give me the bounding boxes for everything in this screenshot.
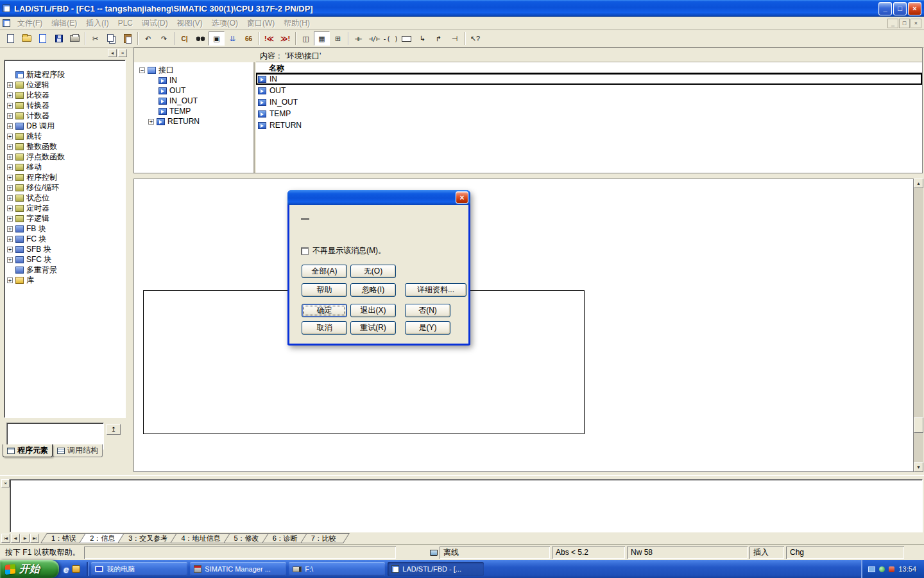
table-row-in-out[interactable]: IN_OUT — [256, 96, 922, 108]
save-button[interactable] — [51, 31, 67, 46]
catalog-item-word-logic[interactable]: 字逻辑 — [6, 213, 124, 223]
tab-call-structure[interactable]: 调用结构 — [53, 444, 103, 457]
catalog-item-timer[interactable]: 定时器 — [6, 203, 124, 213]
paste-button[interactable] — [119, 31, 135, 46]
menu-options[interactable]: 选项(O) — [207, 17, 243, 30]
interface-item-temp[interactable]: TEMP — [139, 106, 252, 116]
ok-button[interactable]: 确定 — [302, 304, 347, 317]
dialog-close-button[interactable]: × — [456, 191, 468, 204]
catalog-item-bit-logic[interactable]: 位逻辑 — [6, 80, 124, 90]
catalog-item-sfb-blocks[interactable]: SFB 块 — [6, 244, 124, 254]
dialog-titlebar[interactable]: × — [287, 190, 470, 205]
catalog-item-status-bits[interactable]: 状态位 — [6, 193, 124, 203]
redo-button[interactable]: ↷ — [156, 31, 172, 46]
interface-item-return[interactable]: RETURN — [139, 116, 252, 127]
next-tab-button[interactable]: ▶ — [21, 534, 30, 543]
expand-plus-icon[interactable] — [7, 123, 13, 129]
expand-plus-icon[interactable] — [7, 216, 13, 222]
expand-plus-icon[interactable] — [7, 277, 13, 283]
expand-plus-icon[interactable] — [7, 185, 13, 191]
volume-tray-icon[interactable] — [889, 566, 894, 572]
expand-plus-icon[interactable] — [7, 113, 13, 119]
task-my-computer[interactable]: 我的电脑 — [91, 562, 187, 576]
panel-close-button[interactable]: × — [118, 49, 127, 57]
contact-no-button[interactable]: ⊣⊢ — [350, 31, 366, 46]
restore-button[interactable]: □ — [893, 2, 907, 15]
tab-cross-reference[interactable]: 3：交叉参考 — [121, 533, 178, 543]
expand-plus-icon[interactable] — [7, 257, 13, 263]
table-row-temp[interactable]: TEMP — [256, 108, 922, 119]
task-simatic-manager[interactable]: SIMATIC Manager ... — [190, 562, 286, 576]
program-elements-button[interactable]: C| — [176, 31, 193, 46]
new-button[interactable] — [3, 31, 19, 46]
catalog-item-sfc-blocks[interactable]: SFC 块 — [6, 254, 124, 265]
catalog-item-converter[interactable]: 转换器 — [6, 100, 124, 110]
help-button[interactable]: ↖? — [467, 31, 483, 46]
expand-plus-icon[interactable] — [7, 154, 13, 160]
expand-plus-icon[interactable] — [7, 103, 13, 109]
menu-insert[interactable]: 插入(I) — [81, 17, 113, 30]
catalog-item-jump[interactable]: 跳转 — [6, 131, 124, 141]
catalog-item-new-network[interactable]: 新建程序段 — [6, 69, 124, 80]
panel-dock-button[interactable]: ◂ — [108, 49, 117, 57]
catalog-item-db-call[interactable]: DB 调用 — [6, 121, 124, 131]
task-lad-stl-fbd[interactable]: LAD/STL/FBD - [... — [388, 562, 484, 576]
catalog-item-integer-fn[interactable]: 整数函数 — [6, 141, 124, 152]
find-button[interactable] — [193, 31, 209, 46]
connector-button[interactable]: ⊣ — [447, 31, 463, 46]
quick-launch-icon[interactable] — [72, 565, 80, 573]
table-row-out[interactable]: OUT — [256, 85, 922, 96]
download-button[interactable]: ⇊ — [225, 31, 241, 46]
prev-tab-button[interactable]: ◀ — [11, 534, 20, 543]
open-online-button[interactable] — [35, 31, 51, 46]
variable-detail-button[interactable]: ↥ — [107, 424, 121, 435]
menu-view[interactable]: 视图(V) — [173, 17, 207, 30]
catalog-item-multi-instance[interactable]: 多重背景 — [6, 265, 124, 275]
detail-view-button[interactable]: ▦ — [314, 31, 330, 46]
previous-error-button[interactable]: !≪ — [261, 31, 277, 46]
view-box-button[interactable]: ▣ — [209, 31, 225, 46]
all-button[interactable]: 全部(A) — [302, 265, 347, 278]
start-button[interactable]: 开始 — [0, 560, 59, 578]
menu-window[interactable]: 窗口(W) — [243, 17, 279, 30]
tab-address-info[interactable]: 4：地址信息 — [173, 533, 230, 543]
catalog-item-counter[interactable]: 计数器 — [6, 110, 124, 121]
expand-plus-icon[interactable] — [7, 195, 13, 201]
coil-button[interactable]: -( ) — [382, 31, 398, 46]
empty-box-button[interactable] — [398, 31, 415, 46]
undo-button[interactable]: ↶ — [140, 31, 156, 46]
scroll-up-button[interactable]: ▲ — [914, 179, 923, 188]
cut-button[interactable]: ✂ — [87, 31, 103, 46]
cancel-button[interactable]: 取消 — [302, 321, 347, 335]
catalog-item-shift-rotate[interactable]: 移位/循环 — [6, 182, 124, 193]
print-button[interactable] — [67, 31, 83, 46]
minimize-button[interactable]: _ — [878, 2, 892, 15]
help-button-dialog[interactable]: 帮助 — [302, 283, 347, 297]
expand-plus-icon[interactable] — [7, 164, 13, 170]
menu-plc[interactable]: PLC — [114, 17, 137, 29]
none-button[interactable]: 无(O) — [350, 265, 396, 278]
network-editor[interactable] — [133, 179, 914, 472]
interface-item-in[interactable]: IN — [139, 75, 252, 85]
mdi-close-button[interactable]: × — [911, 19, 921, 28]
task-f-drive[interactable]: F:\ — [289, 562, 385, 576]
catalog-item-fc-blocks[interactable]: FC 块 — [6, 234, 124, 244]
symbol-info-button[interactable]: 66 — [241, 31, 257, 46]
menu-edit[interactable]: 编辑(E) — [47, 17, 81, 30]
menu-debug[interactable]: 调试(D) — [137, 17, 173, 30]
expand-plus-icon[interactable] — [7, 175, 13, 180]
mdi-restore-button[interactable]: □ — [899, 19, 910, 28]
close-button[interactable]: × — [908, 2, 921, 15]
ignore-button[interactable]: 忽略(I) — [350, 283, 396, 297]
catalog-item-comparator[interactable]: 比较器 — [6, 90, 124, 100]
open-button[interactable] — [19, 31, 35, 46]
expand-plus-icon[interactable] — [7, 226, 13, 232]
expand-plus-icon[interactable] — [7, 92, 13, 98]
catalog-item-float-fn[interactable]: 浮点数函数 — [6, 152, 124, 162]
checkbox[interactable] — [301, 247, 309, 255]
close-branch-button[interactable]: ↱ — [431, 31, 447, 46]
collapse-minus-icon[interactable] — [139, 67, 145, 73]
yes-button[interactable]: 是(Y) — [405, 321, 450, 335]
expand-plus-icon[interactable] — [7, 134, 13, 139]
interface-root[interactable]: 接口 — [139, 65, 252, 75]
